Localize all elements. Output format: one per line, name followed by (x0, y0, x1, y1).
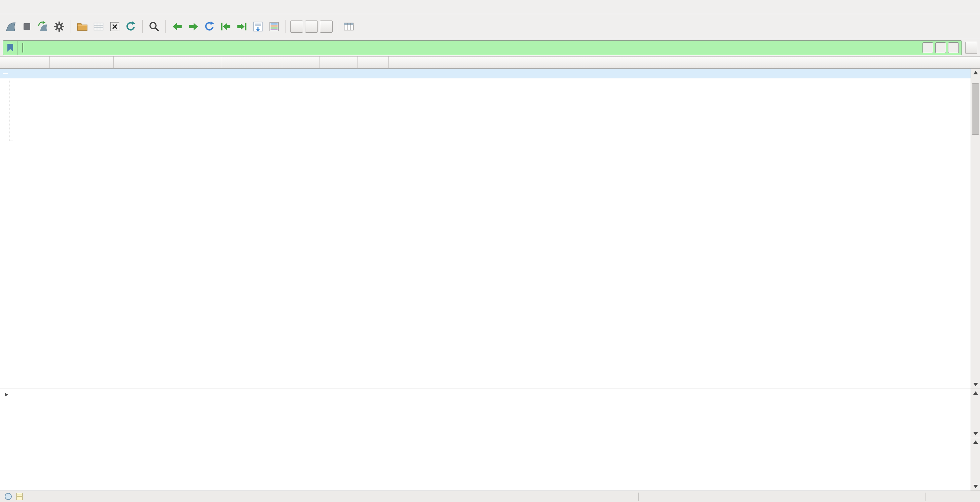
menu-bar (0, 0, 980, 14)
toolbar-separator (165, 20, 166, 33)
column-header-length[interactable] (358, 57, 389, 68)
packet-bytes-pane (0, 438, 980, 491)
toolbar-separator (142, 20, 143, 33)
packet-list-scrollbar[interactable] (970, 69, 980, 389)
related-packets-bracket (9, 79, 10, 141)
go-to-packet-button[interactable] (202, 18, 218, 35)
expert-info-icon[interactable] (5, 493, 12, 500)
toolbar-separator (337, 20, 337, 33)
column-header-protocol[interactable] (320, 57, 358, 68)
go-first-packet-button[interactable] (218, 18, 234, 35)
save-grid-icon (92, 21, 105, 33)
hex-dump (0, 438, 980, 449)
filter-add-button[interactable] (965, 42, 977, 54)
auto-scroll-icon (252, 21, 264, 33)
toolbar-separator (71, 20, 71, 33)
close-file-button[interactable] (107, 18, 123, 35)
open-file-button[interactable] (74, 18, 91, 35)
filter-bookmark-button[interactable] (3, 41, 18, 55)
colorize-button[interactable] (266, 18, 282, 35)
packet-info (389, 69, 970, 78)
packet-list (0, 69, 970, 78)
related-packet-tick (9, 141, 13, 141)
zoom-original-button[interactable] (320, 21, 332, 33)
packet-destination (221, 69, 320, 78)
column-header-time[interactable] (50, 57, 114, 68)
scroll-down-arrow[interactable] (973, 432, 978, 435)
packet-details-pane (0, 389, 980, 438)
zoom-out-button[interactable] (305, 21, 318, 33)
resize-columns-button[interactable] (341, 18, 357, 35)
column-header-destination[interactable] (221, 57, 320, 68)
text-caret (22, 43, 23, 53)
restart-fin-icon (37, 21, 49, 33)
column-header-source[interactable] (114, 57, 221, 68)
folder-icon (76, 21, 88, 33)
filter-apply-button[interactable] (935, 42, 946, 53)
packet-protocol (320, 69, 358, 78)
find-packet-button[interactable] (146, 18, 162, 35)
arrow-right-icon (187, 21, 199, 33)
go-back-button[interactable] (169, 18, 185, 35)
gear-icon (53, 21, 65, 33)
filter-history-dropdown[interactable] (948, 42, 959, 53)
expander-icon[interactable] (5, 393, 8, 397)
goto-circle-arrow-icon (204, 21, 216, 33)
bookmark-icon (7, 44, 13, 52)
scroll-up-arrow[interactable] (973, 391, 978, 395)
packet-time (50, 69, 114, 78)
capture-start-button[interactable] (3, 18, 19, 35)
scroll-down-arrow[interactable] (973, 383, 978, 386)
status-separator (638, 492, 639, 500)
hex-scrollbar[interactable] (970, 438, 980, 491)
display-filter-input[interactable] (3, 40, 962, 55)
column-header-info[interactable] (389, 57, 980, 68)
packet-row[interactable] (0, 69, 970, 78)
go-forward-button[interactable] (185, 18, 202, 35)
status-separator (926, 492, 926, 500)
zoom-in-button[interactable] (290, 21, 303, 33)
scroll-down-arrow[interactable] (973, 485, 978, 488)
go-last-packet-button[interactable] (234, 18, 250, 35)
detail-line[interactable] (0, 390, 980, 399)
wireshark-window (0, 0, 980, 502)
arrow-last-icon (236, 21, 248, 33)
auto-scroll-button[interactable] (250, 18, 266, 35)
shark-fin-icon (5, 21, 17, 33)
save-file-button[interactable] (91, 18, 107, 35)
colorize-icon (268, 21, 280, 33)
capture-stop-button[interactable] (19, 18, 35, 35)
scroll-up-arrow[interactable] (973, 71, 978, 74)
reload-icon (125, 21, 137, 33)
packet-details (0, 389, 980, 399)
details-scrollbar[interactable] (970, 389, 980, 438)
capture-restart-button[interactable] (35, 18, 51, 35)
resize-columns-icon (343, 21, 355, 33)
reload-file-button[interactable] (123, 18, 139, 35)
search-icon (148, 21, 160, 33)
stop-square-icon (24, 23, 30, 30)
scroll-up-arrow[interactable] (973, 440, 978, 444)
scrollbar-thumb[interactable] (972, 83, 979, 135)
packet-list-pane (0, 69, 980, 389)
arrow-left-icon (171, 21, 183, 33)
packet-source (114, 69, 221, 78)
arrow-first-icon (220, 21, 232, 33)
column-header-no[interactable] (0, 57, 50, 68)
current-packet-mark (3, 73, 8, 74)
filter-clear-button[interactable] (923, 42, 933, 53)
packet-list-header (0, 57, 980, 69)
filter-bar (0, 39, 980, 57)
hex-row[interactable] (0, 440, 980, 449)
capture-comment-icon[interactable] (16, 493, 22, 500)
main-toolbar (0, 14, 980, 39)
close-icon (109, 21, 121, 33)
filter-controls (923, 42, 961, 53)
capture-options-button[interactable] (51, 18, 67, 35)
status-bar (0, 491, 980, 502)
packet-length (358, 69, 389, 78)
